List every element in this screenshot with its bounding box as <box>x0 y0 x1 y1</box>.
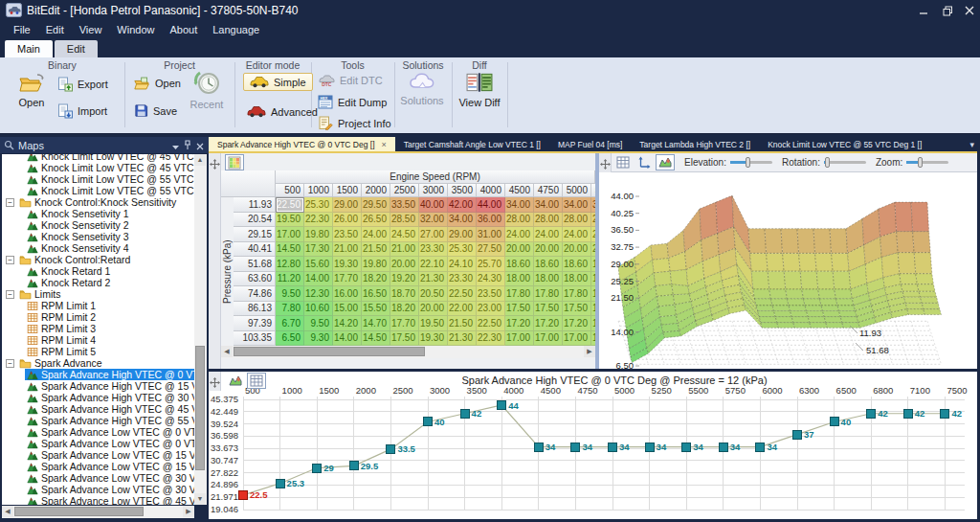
menu-item-view[interactable]: View <box>72 22 110 37</box>
tree-horizontal-scrollbar[interactable]: ◀ ▶ <box>2 506 194 518</box>
map-cell[interactable]: 23.30 <box>448 272 477 287</box>
map-cell[interactable]: 19.80 <box>304 227 333 242</box>
tree-item[interactable]: Knock Sensetivity 1 <box>2 208 194 219</box>
map-cell[interactable]: 17.50 <box>563 302 591 317</box>
close-button[interactable] <box>961 4 978 17</box>
rotation-slider-thumb[interactable] <box>825 157 830 168</box>
panel-close-icon[interactable] <box>196 137 209 154</box>
ribbon-tab-main[interactable]: Main <box>5 40 53 57</box>
map-cell[interactable]: 14.70 <box>362 316 390 331</box>
search-icon[interactable] <box>4 137 14 154</box>
map-cell[interactable]: 21.30 <box>419 272 448 287</box>
map-cell[interactable]: 29.50 <box>362 197 390 213</box>
table-colorgrid-button[interactable] <box>225 154 244 170</box>
tree-item[interactable]: Spark Advance Low VTEC @ 30 VTC Deg <box>2 484 194 495</box>
data-point[interactable] <box>534 443 543 451</box>
tree-item[interactable]: Spark Advance Low VTEC @ 30 VTC Deg <box>2 472 194 484</box>
data-point[interactable] <box>239 490 248 499</box>
tree-expander[interactable]: − <box>6 256 14 264</box>
tree-item[interactable]: −Knock Control:Retard <box>2 254 194 265</box>
tree-item[interactable]: Knock Sensetivity 4 <box>2 242 194 254</box>
map-cell[interactable]: 7.80 <box>276 302 304 317</box>
tree-item[interactable]: Knock Limit Low VTEC @ 45 VTC Deg 1 <box>2 154 194 162</box>
column-header[interactable]: 4750 <box>534 184 563 197</box>
surface-plot-svg[interactable]: 44.0040.2536.5032.7529.0025.2521.5014.00… <box>599 172 977 369</box>
advanced-button[interactable]: Advanced <box>247 105 318 118</box>
map-cell[interactable]: 9.50 <box>276 286 304 302</box>
tree-item[interactable]: Spark Advance High VTEC @ 30 VTC Deg <box>2 392 194 403</box>
map-cell[interactable]: 18.20 <box>390 302 419 317</box>
column-header[interactable]: 2500 <box>390 184 419 197</box>
table-horizontal-scrollbar[interactable]: ◀ ▶ <box>221 346 595 358</box>
tree-item[interactable]: Knock Limit Low VTEC @ 55 VTC Deg 1 <box>2 173 194 185</box>
tree-item[interactable]: Spark Advance Low VTEC @ 0 VTC Deg <box>2 438 194 449</box>
menu-item-language[interactable]: Language <box>205 22 267 37</box>
column-header[interactable]: 1500 <box>333 184 362 197</box>
map-cell[interactable]: 22.50 <box>477 316 505 331</box>
open-button[interactable]: Open <box>10 71 54 108</box>
map-cell[interactable]: 19.50 <box>276 213 304 228</box>
map-cell[interactable]: 24.10 <box>448 257 477 272</box>
map-cell[interactable]: 23.00 <box>477 302 505 317</box>
tree-item[interactable]: Knock Limit Low VTEC @ 55 VTC Deg 2 <box>2 185 194 196</box>
map-cell[interactable]: 25.30 <box>304 197 333 213</box>
map-cell[interactable]: 6.50 <box>276 331 304 347</box>
zoom-slider-thumb[interactable] <box>918 157 923 168</box>
map-cell[interactable]: 9.30 <box>304 331 333 347</box>
map-cell[interactable]: 19.20 <box>390 272 419 287</box>
minimize-button[interactable] <box>915 4 932 17</box>
tree-item[interactable]: Spark Advance High VTEC @ 0 VTC Deg <box>2 369 194 380</box>
map-cell[interactable]: 14.50 <box>362 331 390 347</box>
panel-pin-icon[interactable] <box>184 137 196 154</box>
map-cell[interactable]: 31.00 <box>477 227 505 242</box>
map-cell[interactable]: 17.00 <box>534 331 563 347</box>
map-cell[interactable]: 26.50 <box>362 213 390 228</box>
row-header[interactable]: 51.68 <box>234 257 276 272</box>
import-button[interactable]: Import <box>57 103 107 119</box>
map-cell[interactable]: 12.80 <box>276 257 304 272</box>
tree-vertical-scrollbar[interactable]: ▲ ▼ <box>194 154 207 505</box>
map-cell[interactable]: 17.00 <box>563 331 591 347</box>
map-cell[interactable]: 20.00 <box>390 257 419 272</box>
map-cell[interactable]: 20.00 <box>419 302 448 317</box>
tree-item[interactable]: −Knock Control:Knock Sensitivity <box>2 196 194 208</box>
map-cell[interactable]: 28.50 <box>390 213 419 228</box>
row-header[interactable]: 29.15 <box>234 227 276 242</box>
data-point[interactable] <box>682 443 691 451</box>
column-header[interactable]: 2000 <box>362 184 390 197</box>
map-cell[interactable]: 36.00 <box>477 213 505 228</box>
map-cell[interactable]: 17.70 <box>390 316 419 331</box>
row-header[interactable]: 97.39 <box>234 316 276 331</box>
export-button[interactable]: Export <box>57 77 108 92</box>
line-move-strip[interactable] <box>209 372 221 391</box>
map-cell[interactable]: 14.20 <box>333 316 362 331</box>
column-header[interactable]: 4500 <box>505 184 534 197</box>
editor-tab[interactable]: MAP Fuel 04 [ms] <box>549 137 631 151</box>
map-cell[interactable]: 17.80 <box>563 286 591 302</box>
tree-expander[interactable]: − <box>6 290 14 299</box>
map-cell[interactable]: 18.60 <box>563 257 591 272</box>
tree-item[interactable]: RPM Limit 4 <box>2 334 194 346</box>
menu-item-window[interactable]: Window <box>109 22 162 37</box>
data-point[interactable] <box>387 444 395 453</box>
tree-expander[interactable]: − <box>6 359 14 368</box>
column-header[interactable]: 3000 <box>419 184 448 197</box>
map-cell[interactable]: 29.00 <box>333 197 362 213</box>
editor-tab[interactable]: Target Camshaft Angle Low VTEC 1 [] <box>395 137 549 151</box>
map-cell[interactable]: 28.00 <box>563 213 591 228</box>
map-cell[interactable]: 19.30 <box>333 257 362 272</box>
map-cell[interactable]: 27.00 <box>419 227 448 242</box>
map-cell[interactable]: 17.20 <box>534 316 563 331</box>
row-header[interactable]: 20.54 <box>234 213 276 228</box>
map-cell[interactable]: 10.60 <box>304 302 333 317</box>
map-cell[interactable]: 34.00 <box>505 197 534 213</box>
row-header[interactable]: 103.35 <box>234 331 276 347</box>
view-diff-button[interactable]: View Diff <box>456 71 503 108</box>
map-cell[interactable]: 34.00 <box>534 197 563 213</box>
data-point[interactable] <box>645 443 654 451</box>
rotation-slider-track[interactable] <box>824 161 866 164</box>
menu-item-about[interactable]: About <box>162 22 205 37</box>
map-cell[interactable]: 29.00 <box>448 227 477 242</box>
panel-chevron-down-icon[interactable] <box>171 137 184 154</box>
open-button[interactable]: Open <box>134 77 181 90</box>
